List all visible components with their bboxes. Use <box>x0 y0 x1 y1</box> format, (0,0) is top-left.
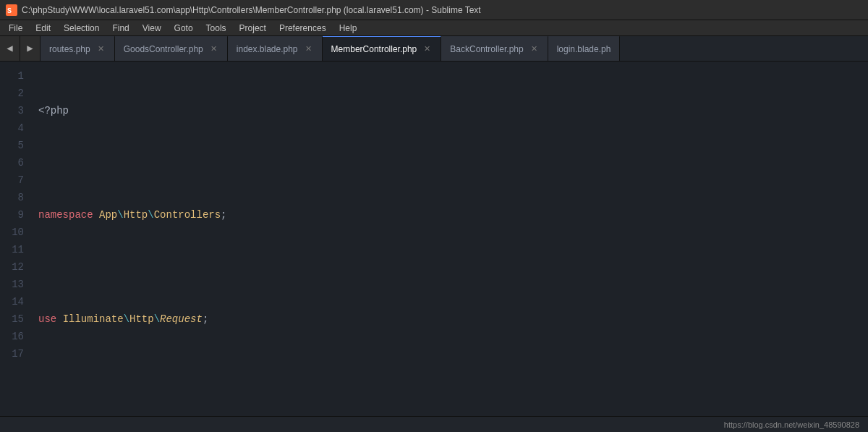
tab-routes[interactable]: routes.php ✕ <box>41 36 115 61</box>
menu-help[interactable]: Help <box>333 22 363 35</box>
tab-backcontroller-label: BackController.php <box>450 44 523 54</box>
svg-text:S: S <box>7 7 12 15</box>
window-title: C:\phpStudy\WWW\local.laravel51.com\app\… <box>22 5 481 15</box>
line-2 <box>38 154 868 171</box>
tab-backcontroller[interactable]: BackController.php ✕ <box>441 36 548 61</box>
tab-indexblade[interactable]: index.blade.php ✕ <box>228 36 323 61</box>
tab-routes-close[interactable]: ✕ <box>96 43 106 54</box>
app-icon: S <box>6 4 17 16</box>
tab-goodscontroller-label: GoodsController.php <box>124 44 203 54</box>
tab-nav-next[interactable]: ▶ <box>20 36 41 61</box>
menu-project[interactable]: Project <box>234 22 272 35</box>
tab-loginblade[interactable]: login.blade.ph <box>548 36 621 61</box>
tab-nav-prev[interactable]: ◀ <box>0 36 20 61</box>
line-3: namespace App\Http\Controllers; <box>38 206 868 224</box>
tab-goodscontroller-close[interactable]: ✕ <box>209 43 218 54</box>
menu-bar: File Edit Selection Find View Goto Tools… <box>0 20 868 36</box>
tab-routes-label: routes.php <box>49 44 90 54</box>
tab-membercontroller-close[interactable]: ✕ <box>422 43 432 54</box>
title-bar: S C:\phpStudy\WWW\local.laravel51.com\ap… <box>0 0 868 20</box>
line-1: <?php <box>38 102 868 119</box>
menu-selection[interactable]: Selection <box>58 22 105 35</box>
tab-loginblade-label: login.blade.ph <box>557 44 611 54</box>
tab-backcontroller-close[interactable]: ✕ <box>529 43 539 54</box>
menu-goto[interactable]: Goto <box>169 22 199 35</box>
line-4 <box>38 258 868 276</box>
status-bar: https://blog.csdn.net/weixin_48590828 <box>0 416 868 432</box>
tab-indexblade-close[interactable]: ✕ <box>304 43 313 54</box>
menu-edit[interactable]: Edit <box>30 22 56 35</box>
code-editor[interactable]: <?php namespace App\Http\Controllers; us… <box>33 62 868 416</box>
menu-file[interactable]: File <box>3 22 28 35</box>
menu-view[interactable]: View <box>137 22 167 35</box>
tab-membercontroller-label: MemberController.php <box>331 44 417 54</box>
line-7: use App\Http\Requests; <box>38 415 868 416</box>
line-numbers: 1 2 3 4 5 6 7 8 9 10 11 12 13 14 15 16 1… <box>0 62 33 416</box>
tab-goodscontroller[interactable]: GoodsController.php ✕ <box>115 36 228 61</box>
code-area: 1 2 3 4 5 6 7 8 9 10 11 12 13 14 15 16 1… <box>0 62 868 416</box>
tab-indexblade-label: index.blade.php <box>237 44 298 54</box>
menu-preferences[interactable]: Preferences <box>273 22 332 35</box>
line-5: use Illuminate\Http\Request; <box>38 310 868 328</box>
tab-membercontroller[interactable]: MemberController.php ✕ <box>323 36 442 61</box>
line-6 <box>38 363 868 380</box>
menu-tools[interactable]: Tools <box>200 22 232 35</box>
tab-bar: ◀ ▶ routes.php ✕ GoodsController.php ✕ i… <box>0 36 868 62</box>
watermark-text: https://blog.csdn.net/weixin_48590828 <box>724 420 859 429</box>
menu-find[interactable]: Find <box>106 22 135 35</box>
